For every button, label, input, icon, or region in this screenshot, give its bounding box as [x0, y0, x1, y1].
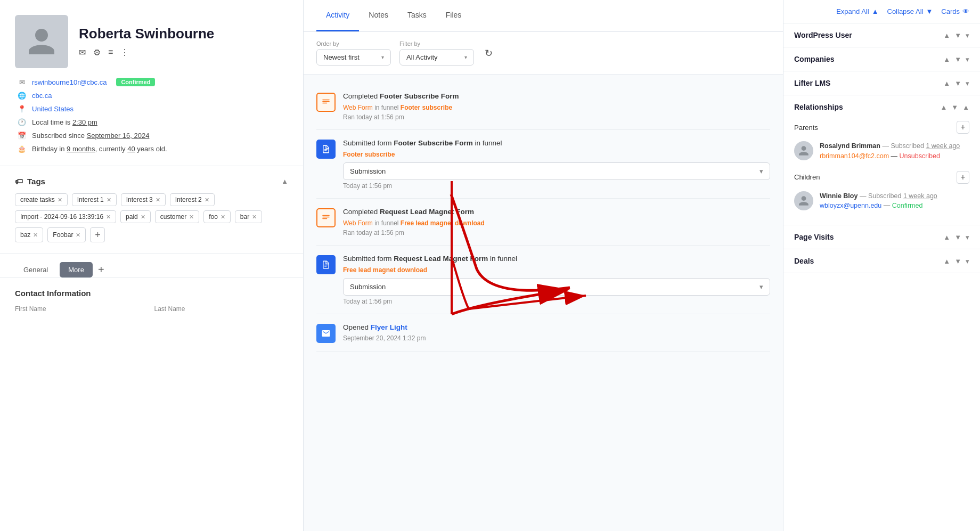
tab-more[interactable]: More — [60, 262, 93, 277]
dropdown-icon[interactable]: ▾ — [966, 257, 969, 265]
tab-activity[interactable]: Activity — [316, 0, 359, 31]
layout-icon[interactable]: ≡ — [108, 47, 113, 58]
person-avatar — [794, 141, 813, 160]
tab-tasks[interactable]: Tasks — [398, 0, 436, 31]
tag-icon: 🏷 — [15, 177, 23, 186]
activity-content: Opened Flyer Light September 20, 2024 1:… — [343, 323, 770, 343]
section-deals: Deals ▲ ▼ ▾ — [783, 249, 980, 273]
remove-tag-icon[interactable]: ✕ — [189, 214, 194, 220]
remove-tag-icon[interactable]: ✕ — [252, 214, 257, 220]
up-icon[interactable]: ▲ — [943, 257, 950, 265]
collapse-all-arrow-icon: ▼ — [926, 7, 933, 15]
tab-notes[interactable]: Notes — [359, 0, 398, 31]
remove-tag-icon[interactable]: ✕ — [141, 214, 145, 220]
down-icon[interactable]: ▼ — [954, 31, 961, 39]
profile-details: ✉ rswinbourne10r@cbc.ca Confirmed 🌐 cbc.… — [15, 78, 288, 153]
meta-type-link[interactable]: Web Form — [343, 104, 373, 111]
remove-tag-icon[interactable]: ✕ — [106, 214, 111, 220]
more-dots-icon[interactable]: ⋮ — [120, 47, 129, 58]
email-link[interactable]: Flyer Light — [371, 323, 407, 331]
remove-tag-icon[interactable]: ✕ — [205, 197, 209, 203]
person-email[interactable]: wbloyzx@upenn.edu — [820, 202, 881, 209]
up-icon[interactable]: ▲ — [943, 55, 950, 63]
up-icon[interactable]: ▲ — [943, 31, 950, 39]
email-value[interactable]: rswinbourne10r@cbc.ca — [32, 78, 107, 86]
avatar — [15, 15, 68, 68]
filter-icon[interactable]: ⚙ — [93, 47, 101, 58]
time-value: 2:30 pm — [72, 118, 97, 126]
remove-tag-icon[interactable]: ✕ — [33, 232, 38, 239]
svg-rect-7 — [322, 218, 327, 219]
tags-collapse-icon[interactable]: ▲ — [281, 177, 288, 185]
birthday-row: 🎂 Birthday in 9 months, currently 40 yea… — [17, 145, 286, 153]
collapse-all-button[interactable]: Collapse All ▼ — [887, 7, 933, 15]
funnel-link[interactable]: Footer subscribe — [401, 104, 452, 111]
up-icon[interactable]: ▲ — [943, 79, 950, 87]
section-companies-header[interactable]: Companies ▲ ▼ ▾ — [783, 47, 980, 71]
submission-dropdown[interactable]: Submission ▾ — [343, 278, 770, 296]
activity-item: Opened Flyer Light September 20, 2024 1:… — [316, 314, 770, 352]
add-child-button[interactable]: + — [957, 171, 969, 184]
tag-item: create tasks✕ — [15, 193, 68, 206]
tab-general[interactable]: General — [15, 262, 56, 277]
tag-item: Interest 1✕ — [72, 193, 117, 206]
activity-meta: Footer subscribe — [343, 151, 770, 158]
dropdown-icon[interactable]: ▾ — [966, 31, 969, 39]
parents-label: Parents — [794, 124, 818, 132]
tag-item: bar✕ — [235, 210, 262, 223]
section-controls: ▲ ▼ ▾ — [943, 79, 969, 87]
dropdown-icon[interactable]: ▾ — [966, 55, 969, 63]
section-relationships-header[interactable]: Relationships ▲ ▼ ▲ — [783, 95, 980, 119]
activity-meta: Web Form in funnel Footer subscribe — [343, 104, 770, 111]
remove-tag-icon[interactable]: ✕ — [156, 197, 160, 203]
relationships-content: Parents + Rosalynd Brimman — Subscribed … — [783, 119, 980, 225]
up-icon[interactable]: ▲ — [940, 103, 947, 111]
down-icon[interactable]: ▼ — [954, 233, 961, 241]
funnel-link[interactable]: Footer subscribe — [343, 151, 395, 158]
dropdown-icon[interactable]: ▲ — [962, 103, 969, 111]
meta-type-link[interactable]: Web Form — [343, 219, 373, 227]
section-deals-header[interactable]: Deals ▲ ▼ ▾ — [783, 249, 980, 273]
submission-dropdown[interactable]: Submission ▾ — [343, 162, 770, 180]
filter-by-select[interactable]: All Activity ▾ — [399, 49, 474, 66]
email-icon[interactable]: ✉ — [79, 47, 86, 58]
activity-meta: Free lead magnet download — [343, 266, 770, 274]
dropdown-icon[interactable]: ▾ — [966, 233, 969, 241]
dropdown-icon[interactable]: ▾ — [966, 79, 969, 87]
filter-by-group: Filter by All Activity ▾ — [399, 40, 474, 66]
add-tab-button[interactable]: + — [98, 264, 104, 276]
website-value[interactable]: cbc.ca — [32, 92, 52, 100]
add-tag-button[interactable]: + — [90, 227, 105, 242]
location-value[interactable]: United States — [32, 105, 74, 113]
remove-tag-icon[interactable]: ✕ — [220, 214, 225, 220]
svg-rect-4 — [324, 150, 327, 151]
order-by-select[interactable]: Newest first ▾ — [316, 49, 391, 66]
filter-by-chevron-icon: ▾ — [464, 54, 467, 60]
add-parent-button[interactable]: + — [957, 121, 969, 134]
remove-tag-icon[interactable]: ✕ — [58, 197, 62, 203]
filter-by-value: All Activity — [406, 53, 438, 61]
person-email[interactable]: rbrimman104@fc2.com — [820, 152, 889, 160]
filter-bar: Order by Newest first ▾ Filter by All Ac… — [304, 32, 783, 75]
cards-button[interactable]: Cards 👁 — [941, 7, 969, 15]
down-icon[interactable]: ▼ — [951, 103, 958, 111]
section-lifter-lms-header[interactable]: Lifter LMS ▲ ▼ ▾ — [783, 71, 980, 95]
contact-section-title: Contact Information — [15, 289, 288, 298]
down-icon[interactable]: ▼ — [954, 257, 961, 265]
section-wordpress-user-header[interactable]: WordPress User ▲ ▼ ▾ — [783, 23, 980, 47]
svg-rect-6 — [322, 217, 330, 218]
refresh-icon[interactable]: ↻ — [485, 47, 493, 59]
expand-all-button[interactable]: Expand All ▲ — [836, 7, 878, 15]
up-icon[interactable]: ▲ — [943, 233, 950, 241]
funnel-link[interactable]: Free lead magnet download — [401, 219, 485, 227]
section-title: Lifter LMS — [794, 79, 830, 87]
down-icon[interactable]: ▼ — [954, 79, 961, 87]
subscribed-value: Subscribed since September 16, 2024 — [32, 132, 149, 140]
remove-tag-icon[interactable]: ✕ — [107, 197, 111, 203]
tab-files[interactable]: Files — [436, 0, 471, 31]
down-icon[interactable]: ▼ — [954, 55, 961, 63]
location-row: 📍 United States — [17, 105, 286, 113]
remove-tag-icon[interactable]: ✕ — [76, 232, 80, 239]
funnel-link[interactable]: Free lead magnet download — [343, 266, 427, 274]
section-page-visits-header[interactable]: Page Visits ▲ ▼ ▾ — [783, 225, 980, 249]
